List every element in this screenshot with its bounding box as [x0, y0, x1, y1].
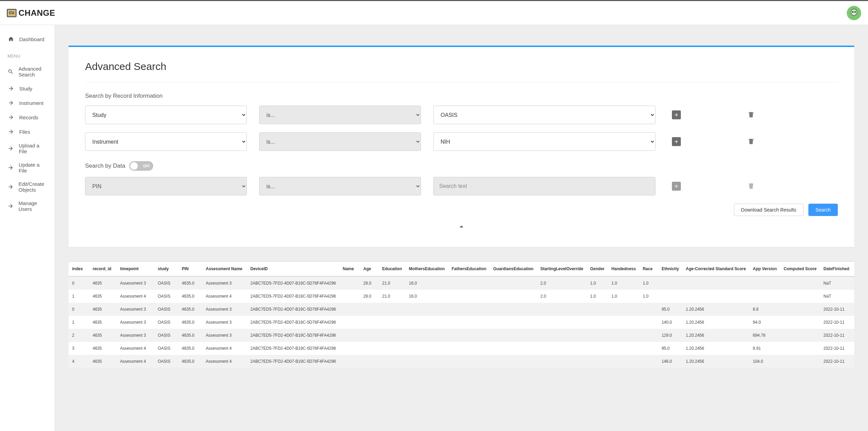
table-cell [339, 355, 360, 368]
delete-data-filter-button[interactable] [747, 182, 764, 191]
column-header[interactable]: MothersEducation [406, 262, 448, 276]
table-cell: 2.0 [537, 290, 587, 303]
table-cell [448, 355, 490, 368]
filter-field-select[interactable]: Study [85, 106, 247, 124]
download-results-button[interactable]: Download Search Results [734, 204, 804, 216]
search-button[interactable]: Search [808, 204, 838, 216]
search-card: Advanced Search Search by Record Informa… [69, 46, 854, 247]
sidebar-item-files[interactable]: Files [0, 124, 55, 139]
table-cell: 1.20.2456 [683, 355, 749, 368]
add-filter-button[interactable] [672, 110, 681, 119]
sidebar-item-records[interactable]: Records [0, 110, 55, 124]
sidebar-item-dashboard[interactable]: Dashboard [0, 32, 55, 46]
column-header[interactable]: Name [339, 262, 360, 276]
column-header[interactable]: record_id [89, 262, 117, 276]
column-header[interactable]: timepoint [117, 262, 154, 276]
sidebar-item-label: Update a File [19, 162, 47, 173]
table-cell [587, 329, 608, 342]
column-header[interactable]: GuardiansEducation [490, 262, 537, 276]
table-row[interactable]: 04635Assessment 3OASIS4635.0Assessment 3… [69, 303, 854, 316]
table-cell: 95.0 [658, 342, 683, 355]
actions-row: Download Search Results Search [85, 204, 838, 216]
table-cell: 140.0 [658, 316, 683, 329]
table-cell: Assessment 4 [117, 355, 154, 368]
table-row[interactable]: 14635Assessment 4OASIS4635.0Assessment 4… [69, 290, 854, 303]
column-header[interactable]: Age [360, 262, 379, 276]
column-header[interactable]: Education [379, 262, 406, 276]
delete-filter-button[interactable] [747, 111, 764, 119]
column-header[interactable]: Race [639, 262, 658, 276]
column-header[interactable]: Ethnicity [658, 262, 683, 276]
column-header[interactable]: DateFinished [820, 262, 854, 276]
plus-icon [674, 183, 679, 189]
table-cell: Assessment 3 [117, 276, 154, 290]
sidebar-item-study[interactable]: Study [0, 81, 55, 96]
table-cell [587, 342, 608, 355]
sidebar-item-advanced-search[interactable]: Advanced Search [0, 62, 55, 81]
table-cell: 0 [69, 303, 89, 316]
table-row[interactable]: 34635Assessment 4OASIS4635.0Assessment 4… [69, 342, 854, 355]
sidebar-item-label: Upload a File [19, 143, 47, 154]
column-header[interactable]: Computed Score [780, 262, 820, 276]
column-header[interactable]: Assessment Name [202, 262, 247, 276]
column-header[interactable]: Gender [587, 262, 608, 276]
table-cell: 104.0 [749, 355, 780, 368]
sidebar-item-label: Files [19, 129, 30, 135]
column-header[interactable]: PIN [178, 262, 202, 276]
arrow-right-icon [8, 128, 14, 135]
filter-value-select[interactable]: OASIS [433, 106, 655, 124]
sidebar-item-upload-file[interactable]: Upload a File [0, 139, 55, 158]
table-cell: 4635 [89, 276, 117, 290]
table-cell [587, 303, 608, 316]
data-value-input[interactable] [433, 177, 655, 195]
column-header[interactable]: Age-Corrected Standard Score [683, 262, 749, 276]
sidebar-item-instrument[interactable]: Instrument [0, 96, 55, 110]
sidebar-item-edit-create-objects[interactable]: Edit/Create Objects [0, 177, 55, 196]
filter-operator-select[interactable]: is... [259, 132, 421, 151]
column-header[interactable]: study [154, 262, 178, 276]
data-operator-select[interactable]: is... [259, 177, 421, 195]
column-header[interactable]: DeviceID [247, 262, 339, 276]
table-cell: 95.0 [658, 303, 683, 316]
page-title: Advanced Search [85, 61, 838, 82]
filter-value-select[interactable]: NIH [433, 132, 655, 151]
table-cell: 2ABC7ED5-7FD2-4D07-B19C-5D76F4FA4298 [247, 290, 339, 303]
column-header[interactable]: Handedness [608, 262, 639, 276]
collapse-toggle[interactable] [85, 222, 838, 233]
table-cell [448, 316, 490, 329]
table-row[interactable]: 04635Assessment 3OASIS4635.0Assessment 3… [69, 276, 854, 290]
table-cell [406, 355, 448, 368]
sidebar-item-label: Dashboard [19, 36, 44, 42]
table-cell [406, 303, 448, 316]
table-row[interactable]: 24635Assessment 3OASIS4635.0Assessment 3… [69, 329, 854, 342]
table-cell: 1.20.2456 [683, 342, 749, 355]
table-cell: OASIS [154, 316, 178, 329]
trash-icon [747, 111, 755, 118]
table-cell: Assessment 3 [202, 316, 247, 329]
table-cell: OASIS [154, 290, 178, 303]
data-field-select[interactable]: PIN [85, 177, 247, 195]
table-cell [683, 290, 749, 303]
sidebar-item-update-file[interactable]: Update a File [0, 158, 55, 177]
sidebar-item-manage-users[interactable]: Manage Users [0, 196, 55, 216]
delete-filter-button[interactable] [747, 137, 764, 146]
column-header[interactable]: FathersEducation [448, 262, 490, 276]
filter-field-select[interactable]: Instrument [85, 132, 247, 151]
brand-logo[interactable]: CU CHANGE [7, 8, 55, 18]
brand-text: CHANGE [19, 8, 55, 18]
table-cell [490, 355, 537, 368]
search-by-data-toggle[interactable]: OFF [129, 161, 153, 171]
add-filter-button[interactable] [672, 137, 681, 146]
column-header[interactable]: StartingLevelOverride [537, 262, 587, 276]
user-avatar[interactable] [847, 6, 861, 20]
column-header[interactable]: index [69, 262, 89, 276]
table-cell [360, 355, 379, 368]
table-cell [780, 303, 820, 316]
add-data-filter-button[interactable] [672, 182, 681, 191]
table-cell: 16.0 [406, 290, 448, 303]
filter-operator-select[interactable]: is... [259, 106, 421, 124]
table-row[interactable]: 14635Assessment 3OASIS4635.0Assessment 3… [69, 316, 854, 329]
column-header[interactable]: App Version [749, 262, 780, 276]
table-row[interactable]: 44635Assessment 4OASIS4635.0Assessment 4… [69, 355, 854, 368]
table-cell: 2022-10-11 [820, 329, 854, 342]
